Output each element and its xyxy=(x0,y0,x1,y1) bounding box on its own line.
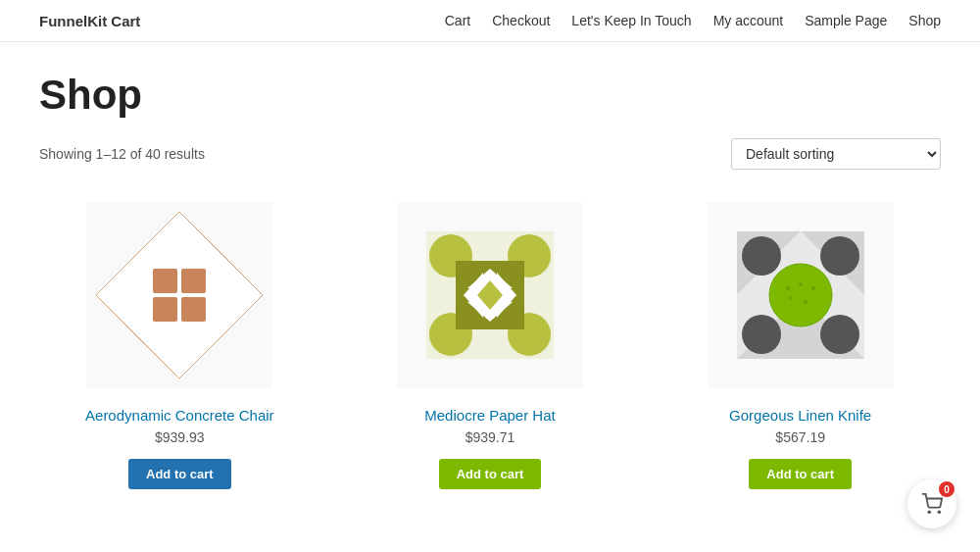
site-header: FunnelKit Cart CartCheckoutLet's Keep In… xyxy=(0,0,980,42)
nav-link[interactable]: My account xyxy=(713,13,784,28)
product-card: Gorgeous Linen Knife$567.19Add to cart xyxy=(660,197,941,489)
add-to-cart-button[interactable]: Add to cart xyxy=(128,459,231,489)
add-to-cart-button[interactable]: Add to cart xyxy=(439,459,542,489)
svg-point-33 xyxy=(820,236,859,276)
svg-point-35 xyxy=(820,315,859,354)
site-logo: FunnelKit Cart xyxy=(39,13,140,29)
nav-link[interactable]: Shop xyxy=(908,13,941,28)
product-card: Mediocre Paper Hat$939.71Add to cart xyxy=(350,197,631,489)
shop-meta-bar: Showing 1–12 of 40 results Default sorti… xyxy=(39,138,941,170)
product-price: $567.19 xyxy=(775,429,825,445)
product-name[interactable]: Gorgeous Linen Knife xyxy=(729,407,871,424)
product-name[interactable]: Aerodynamic Concrete Chair xyxy=(85,407,274,424)
add-to-cart-button[interactable]: Add to cart xyxy=(749,459,852,489)
product-image xyxy=(350,197,631,393)
svg-point-41 xyxy=(804,300,808,304)
sort-select[interactable]: Default sortingSort by popularitySort by… xyxy=(731,138,941,170)
nav-link[interactable]: Cart xyxy=(445,13,470,28)
product-grid: Aerodynamic Concrete Chair$939.93Add to … xyxy=(39,197,941,489)
product-name[interactable]: Mediocre Paper Hat xyxy=(424,407,555,424)
svg-point-39 xyxy=(811,286,815,290)
cart-icon xyxy=(921,493,943,515)
main-nav: CartCheckoutLet's Keep In TouchMy accoun… xyxy=(445,12,941,29)
svg-point-43 xyxy=(938,511,940,513)
svg-rect-9 xyxy=(153,297,177,322)
svg-rect-7 xyxy=(153,269,177,293)
nav-link[interactable]: Let's Keep In Touch xyxy=(571,13,691,28)
product-image xyxy=(660,197,941,393)
cart-bubble[interactable]: 0 xyxy=(907,479,956,528)
svg-point-37 xyxy=(786,286,790,290)
nav-link[interactable]: Checkout xyxy=(492,13,550,28)
main-content: Shop Showing 1–12 of 40 results Default … xyxy=(0,42,980,548)
product-image xyxy=(39,197,320,393)
product-price: $939.93 xyxy=(155,429,205,445)
product-card: Aerodynamic Concrete Chair$939.93Add to … xyxy=(39,197,320,489)
svg-point-32 xyxy=(742,236,781,276)
cart-count-badge: 0 xyxy=(939,481,955,497)
results-count: Showing 1–12 of 40 results xyxy=(39,146,205,162)
nav-link[interactable]: Sample Page xyxy=(805,13,887,28)
svg-point-42 xyxy=(928,511,930,513)
product-price: $939.71 xyxy=(466,429,515,445)
svg-rect-10 xyxy=(181,297,206,322)
svg-point-38 xyxy=(799,282,803,286)
page-title: Shop xyxy=(39,72,941,119)
svg-point-40 xyxy=(789,296,793,300)
svg-point-36 xyxy=(769,264,832,326)
svg-rect-8 xyxy=(181,269,206,293)
svg-point-34 xyxy=(742,315,781,354)
